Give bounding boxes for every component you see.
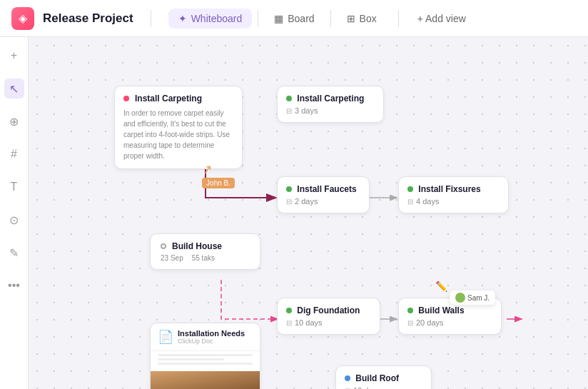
- box-icon: ⊞: [347, 13, 355, 24]
- sam-avatar: [455, 293, 465, 303]
- install-faucets-meta: ⊟ 2 days: [286, 197, 360, 206]
- sam-badge-area: ✏️: [435, 280, 447, 293]
- dig-foundation-meta: ⊟ 10 days: [286, 318, 371, 327]
- build-walls-title-row: Build Walls: [407, 305, 492, 315]
- build-roof-title-row: Build Roof: [345, 373, 422, 383]
- build-house-meta: 23 Sep 55 taks: [161, 254, 250, 262]
- install-carpeting-days: 3 days: [295, 106, 318, 115]
- install-fixsures-title: Install Fixsures: [418, 184, 480, 194]
- divider-3: [330, 10, 331, 27]
- install-faucets-card[interactable]: Install Faucets ⊟ 2 days: [277, 176, 370, 213]
- install-carpeting-meta-icon: ⊟: [286, 107, 292, 115]
- note-card-title: Install Carpeting: [135, 94, 202, 103]
- install-needs-subtitle: ClickUp Doc: [178, 338, 245, 345]
- install-needs-content: [151, 350, 260, 371]
- build-roof-card[interactable]: Build Roof ⊟ 10 days: [335, 365, 432, 389]
- tab-box-label: Box: [360, 13, 377, 24]
- build-walls-meta: ⊟ 20 days: [407, 318, 492, 327]
- tab-whiteboard[interactable]: ✦ Whiteboard: [168, 9, 253, 29]
- build-walls-dot: [407, 308, 413, 313]
- install-carpeting-title-row: Install Carpeting: [286, 94, 375, 103]
- whiteboard-icon: ✦: [178, 13, 187, 24]
- board-icon: ▦: [274, 13, 283, 24]
- nav-tabs: ✦ Whiteboard ▦ Board ⊞ Box: [168, 9, 387, 29]
- header: ◈ Release Project ✦ Whiteboard ▦ Board ⊞…: [0, 0, 588, 37]
- build-house-title-row: Build House: [161, 241, 250, 251]
- cursor-arrow-icon: ↗: [201, 161, 214, 178]
- tab-box[interactable]: ⊞ Box: [337, 9, 387, 29]
- project-icon: ◈: [11, 7, 34, 30]
- installation-needs-card[interactable]: 📄 Installation Needs ClickUp Doc Install…: [150, 323, 260, 389]
- tab-board-label: Board: [288, 13, 314, 24]
- sam-label: Sam J.: [467, 294, 490, 302]
- sidebar: + ↖ ⊕ # T ⊙ ✎ •••: [0, 37, 29, 389]
- build-walls-days: 20 days: [416, 318, 444, 327]
- sidebar-hash-icon[interactable]: #: [4, 144, 24, 164]
- install-fixsures-title-row: Install Fixsures: [407, 184, 500, 194]
- dig-foundation-days: 10 days: [295, 318, 323, 327]
- sidebar-pencil-icon[interactable]: ✎: [4, 243, 24, 263]
- sidebar-attach-icon[interactable]: ⊙: [4, 210, 24, 230]
- build-house-tasks: 55 taks: [192, 254, 215, 262]
- build-roof-dot: [345, 375, 350, 381]
- install-carpeting-dot: [286, 96, 292, 101]
- sidebar-add-icon[interactable]: +: [4, 46, 24, 66]
- sidebar-text-icon[interactable]: T: [4, 177, 24, 197]
- dig-foundation-title: Dig Foundation: [297, 305, 360, 315]
- canvas[interactable]: Install Carpeting In order to remove car…: [29, 37, 588, 389]
- note-card-title-row: Install Carpeting: [123, 94, 233, 103]
- install-faucets-dot: [286, 186, 292, 192]
- build-house-card[interactable]: Build House 23 Sep 55 taks: [150, 233, 260, 270]
- pencil-icon: ✏️: [435, 281, 447, 292]
- main-area: + ↖ ⊕ # T ⊙ ✎ •••: [0, 37, 588, 389]
- install-carpeting-title: Install Carpeting: [297, 94, 364, 103]
- install-carpeting-simple-card[interactable]: Install Carpeting ⊟ 3 days: [277, 86, 384, 123]
- divider-1: [151, 10, 151, 27]
- dig-foundation-card[interactable]: Dig Foundation ⊟ 10 days: [277, 298, 380, 335]
- divider-2: [258, 10, 258, 27]
- install-faucets-title: Install Faucets: [297, 184, 356, 194]
- dig-foundation-dot: [286, 308, 292, 313]
- install-faucets-days: 2 days: [295, 197, 318, 206]
- sidebar-cursor-icon[interactable]: ↖: [4, 79, 24, 98]
- note-card-body: In order to remove carpet easily and eff…: [123, 108, 233, 161]
- install-fixsures-dot: [407, 186, 413, 192]
- install-fixsures-card[interactable]: Install Fixsures ⊟ 4 days: [398, 176, 509, 213]
- build-walls-meta-icon: ⊟: [407, 319, 413, 327]
- build-house-title: Build House: [172, 241, 222, 251]
- build-roof-meta-icon: ⊟: [345, 387, 350, 390]
- build-roof-title: Build Roof: [355, 373, 399, 383]
- dig-foundation-title-row: Dig Foundation: [286, 305, 371, 315]
- install-faucets-title-row: Install Faucets: [286, 184, 360, 194]
- install-needs-header: 📄 Installation Needs ClickUp Doc: [151, 323, 260, 350]
- sidebar-more-icon[interactable]: •••: [4, 276, 24, 295]
- sam-badge: Sam J.: [450, 291, 495, 305]
- install-fixsures-meta: ⊟ 4 days: [407, 197, 500, 206]
- tab-whiteboard-label: Whiteboard: [191, 13, 243, 24]
- tab-board[interactable]: ▦ Board: [264, 9, 324, 29]
- install-faucets-meta-icon: ⊟: [286, 198, 292, 206]
- note-card-dot: [123, 96, 129, 101]
- build-house-date: 23 Sep: [161, 254, 183, 262]
- install-carpeting-note-card[interactable]: Install Carpeting In order to remove car…: [114, 86, 243, 169]
- divider-4: [398, 10, 399, 27]
- sidebar-globe-icon[interactable]: ⊕: [4, 111, 24, 131]
- add-view-label: + Add view: [417, 13, 466, 24]
- install-fixsures-days: 4 days: [416, 197, 439, 206]
- install-carpeting-meta: ⊟ 3 days: [286, 106, 375, 115]
- install-fixsures-meta-icon: ⊟: [407, 198, 413, 206]
- build-house-dot: [161, 243, 166, 249]
- build-roof-meta: ⊟ 10 days: [345, 386, 422, 389]
- cursor-label: John B.: [202, 178, 235, 188]
- dig-foundation-meta-icon: ⊟: [286, 319, 292, 327]
- install-needs-image: Install the Carpet Tack Stripe: [151, 371, 260, 389]
- install-needs-title: Installation Needs: [178, 329, 245, 338]
- build-walls-title: Build Walls: [418, 305, 464, 315]
- add-view-button[interactable]: + Add view: [410, 9, 473, 29]
- build-roof-days: 10 days: [353, 386, 381, 389]
- project-title: Release Project: [43, 11, 133, 26]
- doc-icon: 📄: [158, 329, 173, 345]
